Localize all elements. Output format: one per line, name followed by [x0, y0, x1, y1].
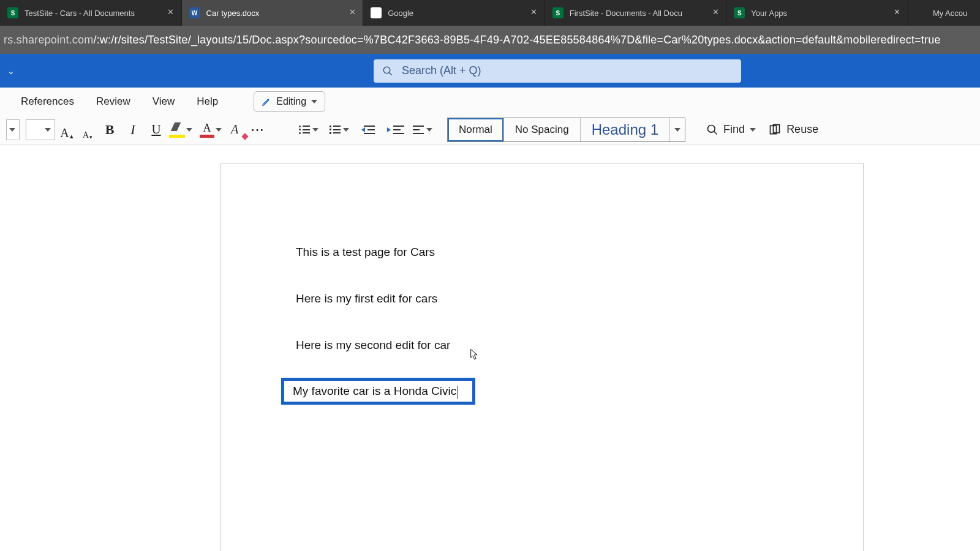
- chevron-down-icon: [186, 128, 192, 132]
- doc-paragraph[interactable]: Here is my first edit for cars: [296, 292, 863, 305]
- close-icon[interactable]: ✕: [711, 9, 720, 17]
- clear-formatting-button[interactable]: A: [224, 119, 245, 140]
- bullets-icon: [299, 126, 310, 134]
- browser-tab[interactable]: My Accou: [908, 0, 980, 26]
- document-canvas[interactable]: This is a test page for Cars Here is my …: [0, 144, 980, 551]
- microsoft-icon: [916, 7, 927, 18]
- browser-tab[interactable]: S TestSite - Cars - All Documents ✕: [0, 0, 182, 26]
- tab-title: My Accou: [933, 9, 974, 18]
- bullet-list-button[interactable]: [299, 126, 318, 134]
- highlighter-icon: [169, 122, 185, 138]
- ribbon-tab-references[interactable]: References: [21, 96, 74, 108]
- tab-title: Your Apps: [751, 9, 887, 18]
- reuse-label: Reuse: [786, 123, 818, 136]
- tab-title: FirstSite - Documents - All Docu: [570, 9, 706, 18]
- word-icon: W: [189, 7, 200, 18]
- chevron-down-icon: [45, 128, 51, 132]
- find-label: Find: [723, 123, 745, 136]
- chevron-down-icon: [312, 128, 318, 132]
- editing-mode-label: Editing: [276, 96, 306, 107]
- doc-paragraph[interactable]: Here is my second edit for car: [296, 339, 863, 352]
- chevron-down-icon[interactable]: ⌄: [7, 66, 15, 76]
- svg-point-0: [383, 67, 390, 73]
- style-no-spacing[interactable]: No Spacing: [504, 118, 581, 141]
- address-bar[interactable]: rs.sharepoint.com/:w:/r/sites/TestSite/_…: [0, 26, 980, 54]
- browser-tab[interactable]: G Google ✕: [363, 0, 545, 26]
- font-color-icon: A: [200, 122, 214, 138]
- chevron-down-icon: [426, 128, 432, 132]
- style-heading-1[interactable]: Heading 1: [581, 118, 670, 141]
- reuse-icon: [768, 124, 782, 136]
- style-normal[interactable]: Normal: [448, 118, 504, 141]
- align-button[interactable]: [413, 126, 432, 134]
- url-path: /:w:/r/sites/TestSite/_layouts/15/Doc.as…: [93, 34, 940, 46]
- svg-line-3: [714, 131, 717, 134]
- tab-title: TestSite - Cars - All Documents: [24, 9, 160, 18]
- close-icon[interactable]: ✕: [893, 9, 902, 17]
- close-icon[interactable]: ✕: [530, 9, 538, 17]
- numbering-icon: [330, 126, 341, 134]
- url-host: rs.sharepoint.com: [4, 34, 93, 46]
- close-icon[interactable]: ✕: [167, 9, 175, 17]
- selected-text-box[interactable]: My favorite car is a Honda Civic: [281, 378, 475, 405]
- font-color-button[interactable]: A: [200, 122, 222, 138]
- google-icon: G: [371, 7, 382, 18]
- increase-indent-button[interactable]: [387, 125, 401, 135]
- ribbon-tab-help[interactable]: Help: [197, 96, 218, 108]
- chevron-down-icon: [750, 128, 756, 132]
- chevron-down-icon: [311, 100, 317, 103]
- ribbon-toolbar: A▴ A▾ B I U A A ⋯: [0, 115, 980, 144]
- url-text: rs.sharepoint.com/:w:/r/sites/TestSite/_…: [4, 34, 941, 47]
- chevron-down-icon: [9, 128, 15, 132]
- font-family-dropdown[interactable]: [6, 119, 20, 140]
- font-size-dropdown[interactable]: [26, 119, 55, 140]
- chevron-down-icon: [216, 128, 222, 132]
- grow-font-button[interactable]: A▴: [58, 119, 76, 140]
- document-page[interactable]: This is a test page for Cars Here is my …: [221, 163, 864, 551]
- more-font-options-button[interactable]: ⋯: [247, 119, 268, 140]
- close-icon[interactable]: ✕: [348, 9, 356, 17]
- browser-tabstrip: S TestSite - Cars - All Documents ✕ W Ca…: [0, 0, 980, 26]
- decrease-indent-button[interactable]: [361, 125, 375, 135]
- browser-tab[interactable]: S Your Apps ✕: [726, 0, 908, 26]
- sharepoint-icon: S: [734, 7, 745, 18]
- doc-paragraph[interactable]: This is a test page for Cars: [296, 246, 863, 259]
- pencil-icon: [262, 97, 271, 107]
- tab-title: Car types.docx: [206, 9, 342, 18]
- italic-button[interactable]: I: [123, 119, 143, 140]
- editing-mode-button[interactable]: Editing: [254, 91, 325, 112]
- ribbon-tab-view[interactable]: View: [153, 96, 175, 108]
- sharepoint-icon: S: [7, 7, 18, 18]
- ribbon-tabs: References Review View Help Editing: [0, 88, 980, 115]
- align-left-icon: [413, 126, 424, 134]
- numbered-list-button[interactable]: [330, 126, 349, 134]
- chevron-down-icon: [674, 128, 680, 132]
- search-icon: [706, 124, 718, 136]
- find-button[interactable]: Find: [700, 119, 762, 140]
- app-header: ⌄ Search (Alt + Q): [0, 54, 980, 88]
- chevron-down-icon: [343, 128, 349, 132]
- sharepoint-icon: S: [552, 7, 564, 18]
- search-input[interactable]: Search (Alt + Q): [374, 59, 741, 83]
- underline-button[interactable]: U: [146, 119, 167, 140]
- browser-tab-active[interactable]: W Car types.docx ✕: [182, 0, 364, 26]
- highlight-color-button[interactable]: [169, 122, 192, 138]
- text-caret: [458, 386, 458, 399]
- styles-more-button[interactable]: [670, 118, 685, 141]
- shrink-font-button[interactable]: A▾: [78, 119, 97, 140]
- tab-title: Google: [388, 9, 524, 18]
- reuse-files-button[interactable]: Reuse: [762, 119, 824, 140]
- svg-line-1: [389, 72, 392, 75]
- svg-point-2: [708, 125, 715, 132]
- bold-button[interactable]: B: [99, 119, 120, 140]
- styles-gallery[interactable]: Normal No Spacing Heading 1: [447, 118, 685, 142]
- ribbon-tab-review[interactable]: Review: [96, 96, 130, 108]
- browser-tab[interactable]: S FirstSite - Documents - All Docu ✕: [545, 0, 727, 26]
- doc-paragraph[interactable]: My favorite car is a Honda Civic: [293, 384, 456, 397]
- search-icon: [382, 66, 393, 77]
- search-placeholder: Search (Alt + Q): [402, 64, 481, 77]
